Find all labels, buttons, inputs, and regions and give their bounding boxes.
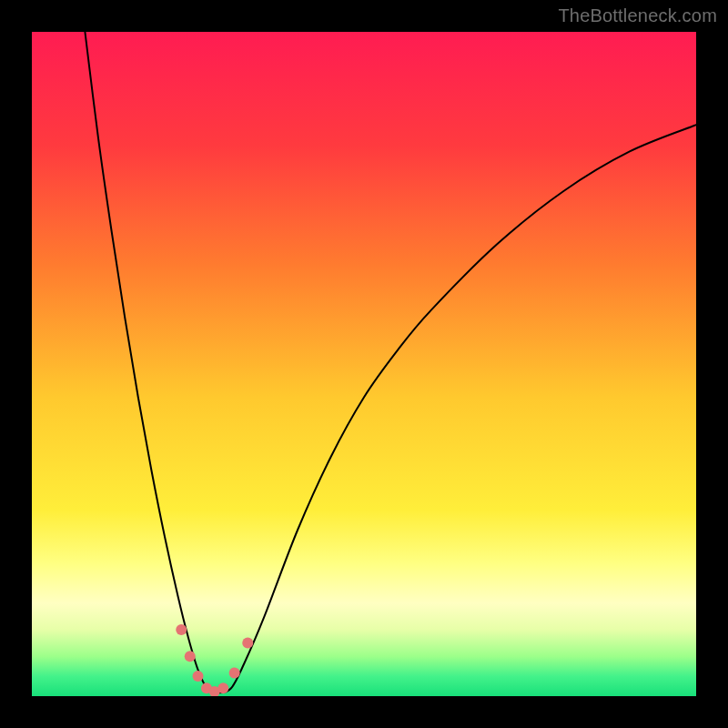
gradient-background — [32, 32, 696, 696]
marker-point — [242, 638, 253, 649]
marker-point — [217, 682, 228, 693]
marker-point — [176, 624, 187, 635]
chart-frame: TheBottleneck.com — [0, 0, 728, 728]
marker-point — [193, 671, 204, 682]
plot-area — [32, 32, 696, 696]
watermark-text: TheBottleneck.com — [558, 5, 717, 26]
marker-point — [185, 651, 196, 662]
marker-point — [229, 667, 240, 678]
chart-svg — [32, 32, 696, 696]
